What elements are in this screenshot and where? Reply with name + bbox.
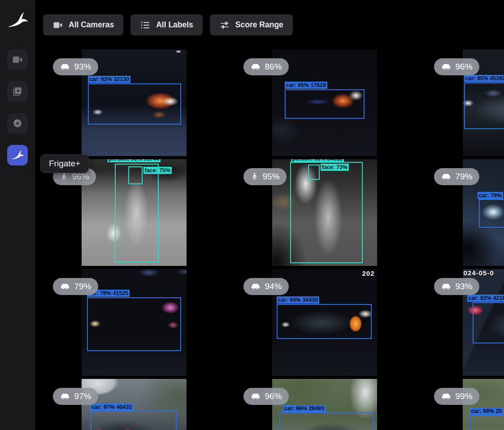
face-bounding-box [128, 166, 143, 184]
camera-timestamp: 202 [362, 269, 374, 277]
score-value: 79% [456, 172, 473, 182]
detection-label: car: 94% 34430 [277, 296, 320, 304]
score-value: 79% [74, 282, 91, 291]
sidebar-item-live[interactable] [7, 49, 28, 70]
detection-label: car: 96% 29493 [283, 405, 326, 412]
frigate-plus-icon [11, 149, 24, 161]
score-badge: 79% [53, 278, 98, 295]
person-icon [60, 172, 68, 182]
face-label: face: 75% [143, 167, 172, 174]
snapshot-image: person: 96% 91744 face: 75% [82, 159, 187, 266]
score-badge: 86% [243, 58, 289, 75]
score-badge: 96% [243, 388, 289, 405]
detection-label: car: 92% 32130 [88, 76, 131, 83]
frigate-logo-icon [6, 10, 29, 30]
camera-icon [52, 20, 63, 30]
detection-label: car: 79% [478, 192, 503, 199]
sliders-icon [219, 20, 230, 30]
score-value: 96% [265, 391, 282, 401]
frigate-plus-tooltip: Frigate+ [40, 154, 89, 173]
bounding-box [87, 297, 181, 351]
score-value: 99% [456, 391, 473, 401]
filter-label: Score Range [235, 20, 283, 30]
score-value: 86% [265, 62, 282, 72]
detection-thumbnail[interactable]: car: 85% 17628 86% [272, 49, 377, 156]
bounding-box [473, 302, 504, 343]
detection-thumbnail[interactable]: person: 96% 91744 face: 75% 96% [82, 159, 187, 266]
sidebar [0, 0, 35, 430]
score-value: 95% [263, 172, 280, 182]
bounding-box [479, 199, 504, 228]
score-badge: 93% [434, 278, 479, 295]
score-value: 94% [265, 282, 282, 291]
bounding-box [285, 89, 365, 119]
score-badge: 79% [434, 168, 479, 185]
person-icon [250, 172, 259, 182]
car-icon [441, 171, 452, 182]
sidebar-item-export[interactable] [7, 113, 28, 134]
detection-label: person: 96% 91744 [108, 159, 161, 162]
car-icon [441, 61, 452, 72]
camera-icon [12, 54, 23, 65]
detections-grid: car: 92% 32130 93% car: 85% 17628 [39, 49, 504, 430]
car-icon [441, 281, 452, 292]
bounding-box [290, 162, 363, 263]
detection-thumbnail[interactable]: car: 99% 25 99% [463, 379, 504, 430]
score-badge: 96% [434, 58, 479, 75]
bounding-box [88, 83, 181, 125]
face-bounding-box [308, 165, 320, 180]
detection-thumbnail[interactable]: car: 79% 41525 79% [82, 269, 187, 376]
score-value: 96% [456, 62, 473, 72]
detection-thumbnail[interactable]: car: 95% 45260 96% [463, 49, 504, 156]
car-icon [250, 391, 261, 402]
score-badge: 99% [434, 388, 479, 405]
detection-thumbnail[interactable]: car: 79% 79% [463, 159, 504, 266]
detection-thumbnail[interactable]: car: 92% 32130 93% [82, 49, 187, 156]
filter-label: All Labels [156, 20, 193, 30]
score-badge: 95% [243, 168, 287, 185]
score-value: 96% [72, 172, 89, 182]
detection-label: car: 85% 17628 [285, 82, 328, 89]
detection-thumbnail[interactable]: car: 92% 4218 024-05-0 93% [463, 269, 504, 376]
detection-thumbnail[interactable]: car: 94% 34430 202 94% [272, 269, 377, 376]
score-badge: 97% [53, 388, 98, 405]
list-icon [140, 20, 151, 30]
snapshot-image: car: 97% 40432 [82, 379, 187, 430]
score-range-filter-button[interactable]: Score Range [210, 14, 293, 35]
snapshot-image: car: 96% 29493 [272, 379, 377, 430]
filter-toolbar: All Cameras All Labels Score Range [43, 14, 293, 35]
bounding-box [277, 304, 372, 339]
score-value: 97% [74, 391, 91, 401]
bounding-box [470, 415, 504, 430]
review-icon [12, 86, 23, 97]
detection-label: person: 95% 84632 [291, 159, 344, 162]
bounding-box [464, 83, 504, 129]
detection-label: car: 97% 40432 [91, 404, 134, 411]
car-icon [250, 61, 261, 72]
bounding-box [91, 411, 177, 430]
detection-label: car: 95% 45260 [464, 75, 504, 82]
score-badge: 93% [53, 58, 98, 75]
sidebar-item-review[interactable] [7, 81, 28, 102]
export-disc-icon [12, 117, 23, 129]
detection-thumbnail[interactable]: car: 96% 29493 96% [272, 379, 377, 430]
all-labels-filter-button[interactable]: All Labels [130, 14, 203, 35]
car-icon [441, 391, 452, 402]
detection-thumbnail[interactable]: car: 97% 40432 97% [82, 379, 187, 430]
all-cameras-filter-button[interactable]: All Cameras [43, 14, 123, 35]
face-label: face: 73% [321, 164, 349, 171]
detection-label: car: 99% 25 [470, 408, 504, 415]
car-icon [60, 281, 70, 292]
camera-timestamp: 024-05-0 [464, 269, 494, 277]
sidebar-item-frigate-plus[interactable] [7, 145, 28, 165]
car-icon [60, 61, 70, 72]
score-value: 93% [74, 62, 91, 72]
score-badge: 94% [243, 278, 289, 295]
detection-label: car: 92% 4218 [467, 295, 504, 302]
car-icon [60, 391, 70, 402]
detection-thumbnail[interactable]: person: 95% 84632 face: 73% 95% [272, 159, 377, 266]
filter-label: All Cameras [69, 20, 114, 30]
car-icon [250, 281, 261, 292]
score-value: 93% [456, 282, 473, 291]
snapshot-image: person: 95% 84632 face: 73% [272, 159, 377, 266]
